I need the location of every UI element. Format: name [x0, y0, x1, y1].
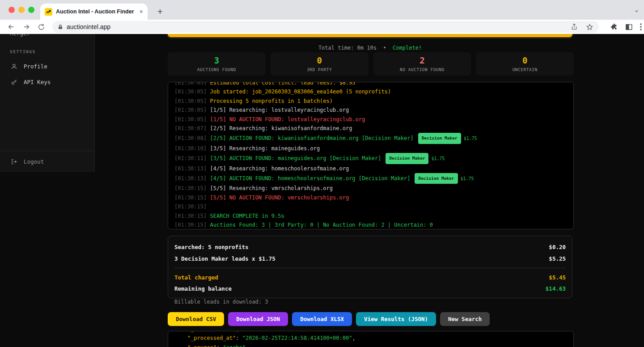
download-csv-button[interactable]: Download CSV [168, 312, 224, 326]
bookmark-star-icon[interactable] [586, 23, 593, 31]
stat-value: 0 [317, 56, 322, 65]
logout-button[interactable]: Logout [11, 158, 94, 165]
log-line: [01:30:13] [4/5] AUCTION FOUND: homescho… [174, 173, 567, 184]
sidebar-item-api-keys[interactable]: API Keys [11, 79, 94, 85]
remaining-balance-amount: $14.63 [546, 285, 566, 293]
decision-maker-badge: Decision Maker [415, 173, 458, 184]
decision-maker-badge: Decision Maker [386, 153, 428, 164]
json-output-panel[interactable]: "_cached": true, "_processed_at": "2026-… [168, 331, 574, 347]
json-line: "_source": "cache", [174, 343, 567, 347]
sidebar-item-partial[interactable]: Merger [0, 34, 94, 37]
tab-title: Auction Intel - Auction Finder [56, 8, 137, 15]
separator-dot: • [383, 45, 386, 51]
lead-price: $1.75 [431, 156, 445, 161]
share-icon[interactable] [571, 23, 578, 30]
log-line: [01:30:05] Processing 5 nonprofits in 1 … [174, 97, 567, 106]
stat-label: 3RD PARTY [307, 67, 332, 72]
lead-price: $1.75 [464, 136, 477, 141]
summary-divider [174, 268, 566, 268]
log-line: [01:30:05] Job started: job_20260303_083… [174, 87, 567, 96]
stat-cards-row: 3 AUCTIONS FOUND0 3RD PARTY2 NO AUCTION … [168, 52, 574, 76]
complete-label: Complete! [393, 45, 422, 51]
total-time-label: Total time: 0m 10s [318, 45, 377, 51]
tab-strip: Auction Intel - Auction Finder × + ⌄ [0, 0, 644, 20]
log-line: [01:30:10] [3/5] Researching: maineguide… [174, 144, 567, 153]
tab-close-icon[interactable]: × [140, 8, 143, 15]
log-line: [01:30:15] SEARCH COMPLETE in 9.5s [174, 212, 567, 220]
summary-row: 3 Decision Maker leads x $1.75 $5.25 [174, 255, 566, 263]
log-line: [01:30:07] [2/5] Researching: kiwanisofs… [174, 124, 567, 133]
browser-tab[interactable]: Auction Intel - Auction Finder × [40, 4, 148, 20]
lock-icon [58, 24, 63, 30]
summary-balance-row: Remaining balance $14.63 [174, 285, 566, 293]
sidebar-item-label: API Keys [24, 79, 51, 85]
minimize-window-button[interactable] [18, 7, 25, 13]
stat-card: 2 NO AUCTION FOUND [373, 52, 471, 76]
download-json-button[interactable]: Download JSON [228, 312, 288, 326]
maximize-window-button[interactable] [28, 7, 34, 13]
total-charged-amount: $5.45 [549, 274, 566, 282]
billing-summary-card: Searched: 5 nonprofits $0.20 3 Decision … [168, 236, 572, 298]
log-line: [01:30:11] [3/5] AUCTION FOUND: mainegui… [174, 153, 567, 164]
extensions-puzzle-icon[interactable] [610, 23, 618, 31]
back-button[interactable] [7, 23, 15, 31]
person-icon [11, 63, 24, 70]
json-line: "_processed_at": "2026-02-25T22:14:58.41… [174, 334, 567, 343]
site-favicon-icon [45, 8, 52, 16]
stat-card: 0 3RD PARTY [271, 52, 369, 76]
close-window-button[interactable] [8, 7, 15, 13]
log-line: [01:30:15] Auctions Found: 3 | 3rd Party… [174, 220, 567, 229]
log-line: [01:30:15] [5/5] Researching: vmrscholar… [174, 184, 567, 193]
sidebar-section-settings: SETTINGS [10, 49, 94, 54]
status-line: Total time: 0m 10s • Complete! [168, 45, 572, 51]
stat-value: 0 [522, 56, 527, 65]
summary-label: Searched: 5 nonprofits [174, 243, 249, 252]
stat-value: 3 [214, 56, 219, 65]
summary-label: 3 Decision Maker leads x $1.75 [174, 255, 275, 263]
summary-total-row: Total charged $5.45 [174, 274, 566, 282]
sidebar-item-label: Profile [24, 63, 47, 70]
menu-dots-icon[interactable] [640, 23, 642, 30]
log-console[interactable]: [01:30:05] Estimated total cost (incl. l… [168, 82, 574, 229]
browser-toolbar: auctionintel.app [0, 20, 644, 34]
total-charged-label: Total charged [174, 274, 218, 282]
key-icon [11, 79, 24, 85]
log-line: [01:30:13] [4/5] Researching: homeschool… [174, 164, 567, 173]
stat-card: 3 AUCTIONS FOUND [168, 52, 266, 76]
stat-label: NO AUCTION FOUND [400, 67, 445, 72]
stat-label: AUCTIONS FOUND [197, 67, 236, 72]
progress-bar [168, 34, 572, 37]
side-panel-icon[interactable] [625, 23, 633, 31]
new-tab-button[interactable]: + [154, 5, 166, 18]
forward-button[interactable] [22, 23, 30, 31]
tab-search-chevron-icon[interactable]: ⌄ [635, 5, 639, 13]
log-line: [01:30:05] Estimated total cost (incl. l… [174, 82, 567, 87]
view-results-button[interactable]: View Results (JSON) [356, 312, 436, 326]
stat-card: 0 UNCERTAIN [476, 52, 574, 76]
decision-maker-badge: Decision Maker [418, 133, 461, 144]
summary-amount: $5.25 [549, 255, 566, 263]
reload-button[interactable] [38, 23, 45, 31]
actions-row: Download CSVDownload JSONDownload XLSXVi… [168, 312, 490, 326]
summary-row: Searched: 5 nonprofits $0.20 [174, 243, 566, 252]
address-bar[interactable]: auctionintel.app [52, 21, 599, 33]
billable-leads-note: Billable leads in download: 3 [174, 299, 566, 305]
log-line: [01:30:05] [1/5] Researching: lostvalley… [174, 106, 567, 114]
download-xlsx-button[interactable]: Download XLSX [292, 312, 352, 326]
page-content: Merger SETTINGS Profile API Keys [0, 34, 644, 347]
url-text[interactable]: auctionintel.app [67, 23, 563, 30]
stat-value: 2 [419, 56, 424, 65]
sidebar-item-profile[interactable]: Profile [11, 63, 94, 70]
log-line: [01:30:15] [174, 202, 567, 211]
new-search-button[interactable]: New Search [440, 312, 490, 326]
log-line: [01:30:15] [5/5] NO AUCTION FOUND: vmrsc… [174, 193, 567, 202]
logout-label: Logout [24, 158, 44, 165]
stat-label: UNCERTAIN [513, 67, 538, 72]
lead-price: $1.75 [461, 176, 474, 181]
sidebar: Merger SETTINGS Profile API Keys [0, 34, 95, 172]
remaining-balance-label: Remaining balance [174, 285, 232, 293]
log-line: [01:30:05] [1/5] NO AUCTION FOUND: lostv… [174, 115, 567, 124]
log-line: [01:30:08] [2/5] AUCTION FOUND: kiwaniso… [174, 133, 567, 144]
browser-window: Auction Intel - Auction Finder × + ⌄ auc… [0, 0, 644, 347]
logout-icon [11, 158, 24, 165]
